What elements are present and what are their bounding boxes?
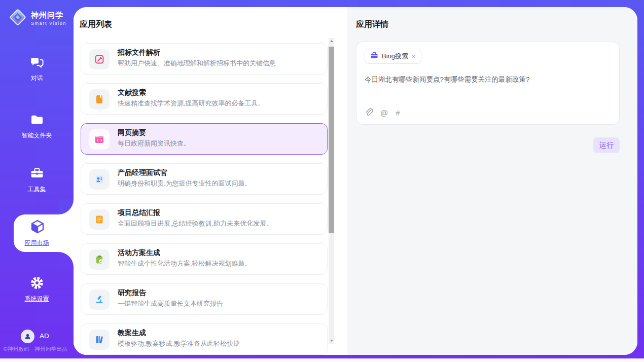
microscope-icon xyxy=(89,289,110,310)
sidebar-item-label: 智能文件夹 xyxy=(0,131,74,140)
app-card-description: 一键智能生成高质量长文本研究报告 xyxy=(118,299,223,308)
copyright-text: ©神州数码 · 神州问学出品 xyxy=(0,346,71,353)
clipboard-check-icon xyxy=(89,249,110,270)
app-list-panel: 应用列表 招标文件解析帮助用户快速、准确地理解和解析招标书中的关键信息文献搜索快… xyxy=(74,7,347,355)
sidebar-item-3[interactable]: 工具集 xyxy=(0,166,74,194)
paperclip-icon[interactable] xyxy=(365,108,373,118)
app-list-title: 应用列表 xyxy=(80,19,112,30)
toolbox-icon xyxy=(29,166,45,181)
app-card-description: 帮助用户快速、准确地理解和解析招标书中的关键信息 xyxy=(118,59,276,68)
app-card-title: 项目总结汇报 xyxy=(118,208,160,218)
app-card-description: 全面回顾项目进展,总结经验教训,助力未来优化发展。 xyxy=(118,219,273,228)
sidebar-item-label: 工具集 xyxy=(0,185,74,194)
app-card-description: 模板驱动,教案秒成,教学准备从此轻松快捷 xyxy=(118,339,240,348)
app-card-description: 明确身份和职责,为您提供专业性的面试问题。 xyxy=(118,179,252,188)
app-card[interactable]: 项目总结汇报全面回顾项目进展,总结经验教训,助力未来优化发展。 xyxy=(81,203,328,235)
interview-icon xyxy=(89,169,110,190)
sidebar-item-label: 对话 xyxy=(0,74,74,83)
app-card-title: 产品经理面试官 xyxy=(118,168,167,177)
chip-close-icon[interactable]: × xyxy=(412,53,416,60)
scrollbar[interactable] xyxy=(329,38,334,344)
sidebar: 神州问学 Smart Vision 对话智能文件夹工具集应用市场系统设置 AD … xyxy=(0,0,74,362)
app-card[interactable]: 网页摘要每日政府新闻资讯快查。 xyxy=(81,123,328,155)
book-icon xyxy=(89,89,110,110)
logo-diamond-icon xyxy=(8,8,27,29)
app-card[interactable]: 教案生成模板驱动,教案秒成,教学准备从此轻松快捷 xyxy=(81,323,328,355)
tool-chip-bing-search[interactable]: Bing搜索 × xyxy=(365,49,421,64)
sidebar-item-1[interactable]: 对话 xyxy=(0,55,74,83)
gear-icon xyxy=(29,275,45,291)
scrollbar-thumb[interactable] xyxy=(329,47,334,233)
avatar[interactable] xyxy=(21,330,34,343)
person-icon xyxy=(23,332,32,341)
app-card-description: 快速精准查找学术资源,提高研究效率的必备工具。 xyxy=(118,99,265,108)
briefcase-icon xyxy=(370,51,378,61)
sidebar-item-5[interactable]: 系统设置 xyxy=(0,275,74,303)
scroll-down-arrow-icon[interactable] xyxy=(329,338,334,344)
user-name: AD xyxy=(40,332,49,340)
main-content: 应用列表 招标文件解析帮助用户快速、准确地理解和解析招标书中的关键信息文献搜索快… xyxy=(74,7,637,355)
bubble-notch-bottom xyxy=(58,252,74,267)
books-icon xyxy=(89,330,110,350)
app-card-title: 研究报告 xyxy=(118,288,146,298)
app-card[interactable]: 招标文件解析帮助用户快速、准确地理解和解析招标书中的关键信息 xyxy=(81,43,328,75)
app-card-description: 每日政府新闻资讯快查。 xyxy=(118,139,190,148)
tool-chip-label: Bing搜索 xyxy=(382,52,408,61)
app-card[interactable]: 产品经理面试官明确身份和职责,为您提供专业性的面试问题。 xyxy=(81,163,328,195)
app-logo: 神州问学 Smart Vision xyxy=(8,8,66,29)
sidebar-item-label: 系统设置 xyxy=(0,295,74,303)
app-card-title: 网页摘要 xyxy=(118,128,146,137)
chat-icon xyxy=(29,55,45,70)
sidebar-item-2[interactable]: 智能文件夹 xyxy=(0,112,74,140)
run-button[interactable]: 运行 xyxy=(593,137,620,153)
app-detail-title: 应用详情 xyxy=(356,19,388,30)
app-detail-panel: 应用详情 Bing搜索 × 今日湖北有哪些新闻要点?有哪些需要关注的最新政策? xyxy=(347,7,637,355)
sidebar-item-4[interactable]: 应用市场 xyxy=(0,219,74,247)
sidebar-item-label: 应用市场 xyxy=(0,239,74,247)
app-card[interactable]: 研究报告一键智能生成高质量长文本研究报告 xyxy=(81,283,328,315)
attachment-toolbar: @ # xyxy=(365,108,400,118)
cube-icon xyxy=(29,219,45,234)
scroll-up-arrow-icon[interactable] xyxy=(329,38,334,44)
app-card-description: 智能生成个性化活动方案,轻松解决规划难题。 xyxy=(118,259,252,268)
logo-title: 神州问学 xyxy=(31,11,66,20)
prompt-card: Bing搜索 × 今日湖北有哪些新闻要点?有哪些需要关注的最新政策? @ # xyxy=(356,42,620,125)
at-icon[interactable]: @ xyxy=(380,109,388,117)
bottom-strip xyxy=(0,358,644,362)
logo-subtitle: Smart Vision xyxy=(31,21,66,26)
app-card-title: 文献搜索 xyxy=(118,88,146,97)
browser-code-icon xyxy=(89,129,110,150)
folder-icon xyxy=(29,112,45,127)
edit-square-icon xyxy=(89,49,110,69)
app-card[interactable]: 活动方案生成智能生成个性化活动方案,轻松解决规划难题。 xyxy=(81,243,328,275)
bubble-notch-top xyxy=(58,199,74,214)
app-card-title: 教案生成 xyxy=(118,329,146,338)
app-card[interactable]: 文献搜索快速精准查找学术资源,提高研究效率的必备工具。 xyxy=(81,83,328,115)
app-card-title: 招标文件解析 xyxy=(118,48,160,57)
note-icon xyxy=(89,209,110,230)
app-card-title: 活动方案生成 xyxy=(118,248,160,258)
query-text[interactable]: 今日湖北有哪些新闻要点?有哪些需要关注的最新政策? xyxy=(365,75,611,84)
hash-icon[interactable]: # xyxy=(396,109,400,117)
